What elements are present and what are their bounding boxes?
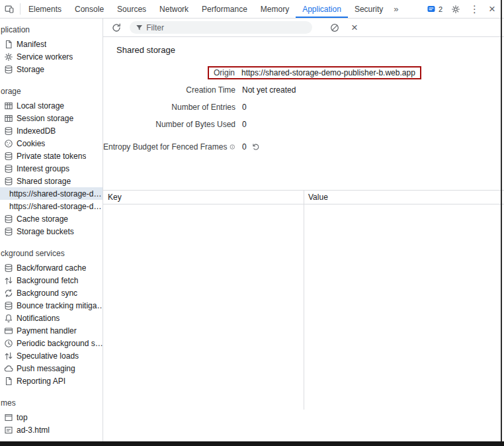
meta-row-entropy: Entropy Budget for Fenced Frames 0: [103, 138, 504, 156]
up-down-arrows-icon: [4, 276, 13, 285]
close-icon: ×: [351, 22, 358, 33]
issues-counter-button[interactable]: 2: [424, 5, 445, 14]
sidebar-item-frame-ad3[interactable]: ad-3.html: [0, 424, 103, 436]
clock-icon: [4, 339, 13, 348]
item-label: Service workers: [17, 52, 73, 62]
item-label: Reporting API: [17, 377, 65, 386]
tab-application[interactable]: Application: [296, 0, 348, 18]
clear-all-button[interactable]: [327, 23, 343, 32]
info-icon[interactable]: [230, 143, 235, 151]
panel-toolbar: ×: [103, 19, 504, 37]
sidebar-item-reporting-api[interactable]: Reporting API: [0, 375, 103, 387]
sidebar-item-service-workers[interactable]: Service workers: [0, 50, 103, 63]
issues-count: 2: [439, 5, 442, 13]
item-label: https://shared-storage-d…: [9, 202, 101, 211]
tabbar-divider: [20, 3, 21, 15]
tab-console[interactable]: Console: [68, 0, 110, 18]
filter-input[interactable]: [146, 23, 306, 32]
sidebar-item-background-sync[interactable]: Background sync: [0, 287, 103, 299]
item-label: Background sync: [17, 289, 77, 298]
database-icon: [4, 214, 13, 224]
sidebar-item-storage-buckets[interactable]: Storage buckets: [0, 225, 103, 238]
sidebar-item-shared-storage[interactable]: Shared storage: [0, 175, 103, 187]
tab-memory[interactable]: Memory: [254, 0, 296, 18]
section-header-frames: mes: [0, 395, 103, 411]
column-header-key[interactable]: Key: [103, 191, 304, 204]
reset-budget-button[interactable]: [251, 143, 261, 151]
metadata-report: Origin https://shared-storage-demo-publi…: [103, 64, 504, 156]
devtools-body: plication Manifest Service workers Stora…: [0, 19, 504, 446]
tab-elements[interactable]: Elements: [22, 0, 68, 18]
item-label: Interest groups: [17, 164, 69, 173]
item-label: Cache storage: [17, 214, 68, 224]
devtools-window: Elements Console Sources Network Perform…: [0, 0, 504, 446]
item-label: Cookies: [17, 139, 45, 148]
sidebar-item-frame-top[interactable]: top: [0, 411, 103, 424]
table-icon: [4, 101, 13, 111]
sidebar-item-cache-storage[interactable]: Cache storage: [0, 212, 103, 225]
sidebar-subitem-shared-storage-origin-1[interactable]: https://shared-storage-d…: [0, 187, 103, 200]
section-application: plication Manifest Service workers Stora…: [0, 22, 103, 75]
sidebar-item-notifications[interactable]: Notifications: [0, 312, 103, 324]
tab-performance[interactable]: Performance: [195, 0, 254, 18]
section-background-services: ckground services Back/forward cache Bac…: [0, 245, 103, 387]
close-devtools-button[interactable]: ×: [485, 3, 499, 15]
toggle-device-toolbar-button[interactable]: [0, 0, 19, 18]
cookie-icon: [4, 139, 13, 148]
item-label: Storage: [17, 65, 44, 74]
storage-items-table: Key Value: [103, 190, 504, 410]
tab-network[interactable]: Network: [153, 0, 195, 18]
sidebar-item-background-fetch[interactable]: Background fetch: [0, 274, 103, 287]
issues-icon: [427, 5, 436, 14]
cloud-icon: [4, 364, 13, 373]
sidebar-item-bounce-tracking-mitigations[interactable]: Bounce tracking mitiga…: [0, 299, 103, 312]
settings-button[interactable]: [448, 5, 464, 14]
sidebar-item-local-storage[interactable]: Local storage: [0, 99, 103, 112]
sidebar-item-cookies[interactable]: Cookies: [0, 137, 103, 150]
close-filter-button[interactable]: ×: [348, 22, 361, 33]
sidebar-item-periodic-background-sync[interactable]: Periodic background s…: [0, 337, 103, 349]
service-worker-gear-icon: [4, 52, 13, 62]
filter-box: [130, 21, 312, 34]
up-down-arrows-icon: [4, 351, 13, 361]
meta-value-entropy: 0: [242, 142, 247, 152]
sidebar-item-session-storage[interactable]: Session storage: [0, 112, 103, 124]
refresh-icon: [112, 23, 121, 32]
tab-security[interactable]: Security: [348, 0, 390, 18]
table-body-empty[interactable]: [103, 204, 504, 410]
item-label: Speculative loads: [17, 351, 79, 361]
more-tabs-button[interactable]: »: [390, 0, 402, 18]
item-label: Private state tokens: [17, 152, 86, 161]
ad-frame-icon: [4, 425, 13, 435]
sidebar-item-manifest[interactable]: Manifest: [0, 38, 103, 50]
column-header-value[interactable]: Value: [304, 191, 504, 204]
menu-button[interactable]: ⋮: [466, 4, 483, 14]
sidebar-item-payment-handler[interactable]: Payment handler: [0, 324, 103, 337]
tab-sources[interactable]: Sources: [110, 0, 153, 18]
item-label: Local storage: [17, 101, 64, 111]
table-header-row: Key Value: [103, 191, 504, 204]
item-label: Payment handler: [17, 326, 77, 335]
sidebar-item-back-forward-cache[interactable]: Back/forward cache: [0, 261, 103, 274]
sidebar-subitem-shared-storage-origin-2[interactable]: https://shared-storage-d…: [0, 200, 103, 212]
refresh-button[interactable]: [108, 23, 124, 32]
sidebar-item-push-messaging[interactable]: Push messaging: [0, 362, 103, 375]
meta-label-origin: Origin: [214, 68, 235, 77]
window-right-edge: [501, 0, 502, 446]
payment-card-icon: [4, 326, 13, 335]
item-label: Background fetch: [17, 276, 78, 285]
database-icon: [4, 126, 13, 136]
sidebar-item-storage[interactable]: Storage: [0, 63, 103, 75]
item-label: Notifications: [17, 314, 60, 323]
kebab-icon: ⋮: [470, 4, 480, 14]
item-label: Push messaging: [17, 364, 75, 373]
sidebar-item-private-state-tokens[interactable]: Private state tokens: [0, 150, 103, 162]
sidebar-item-interest-groups[interactable]: Interest groups: [0, 162, 103, 175]
frame-icon: [4, 413, 13, 422]
sidebar-item-speculative-loads[interactable]: Speculative loads: [0, 349, 103, 362]
filter-funnel-icon: [136, 24, 143, 32]
sidebar-item-indexeddb[interactable]: IndexedDB: [0, 124, 103, 137]
tabbar-actions: 2 ⋮ ×: [424, 0, 504, 18]
meta-value-origin: https://shared-storage-demo-publisher-b.…: [241, 68, 415, 77]
meta-label-entropy-text: Entropy Budget for Fenced Frames: [103, 142, 227, 152]
